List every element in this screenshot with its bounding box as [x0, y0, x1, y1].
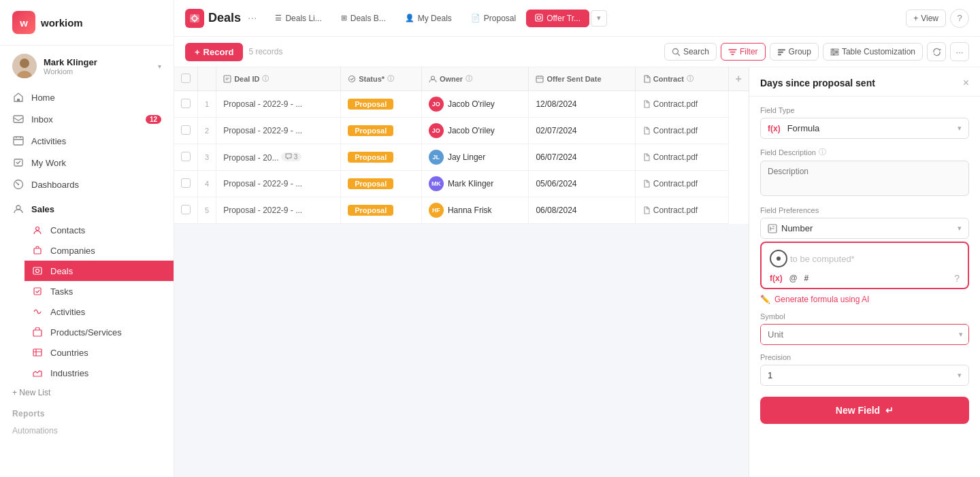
formula-fx-btn[interactable]: f(x) — [770, 274, 783, 283]
row-checkbox[interactable] — [181, 99, 191, 108]
row-checkbox[interactable] — [181, 125, 191, 135]
status-badge: Proposal — [348, 125, 393, 136]
right-panel: Days since proposal sent × Field Type f(… — [749, 67, 980, 477]
tab-more-btn[interactable]: ▾ — [591, 10, 607, 27]
owner-info-icon[interactable]: ⓘ — [466, 74, 472, 84]
topbar: Deals ··· ☰ Deals Li... ⊞ Deals B... 👤 M… — [174, 0, 980, 37]
view-btn[interactable]: + View — [906, 10, 946, 27]
table-row[interactable]: 5 Proposal - 2022-9 - ... Proposal HF Ha… — [174, 197, 749, 224]
table-row[interactable]: 4 Proposal - 2022-9 - ... Proposal MK Ma… — [174, 171, 749, 197]
formula-hash-btn[interactable]: # — [804, 274, 808, 283]
contract-value: Contract.pdf — [642, 179, 721, 188]
group-btn[interactable]: Group — [770, 43, 819, 61]
precision-select[interactable]: 1 ▾ — [760, 365, 969, 386]
row-num: 3 — [198, 144, 216, 171]
record-btn[interactable]: + Record — [185, 43, 243, 61]
select-all-checkbox[interactable] — [181, 73, 191, 83]
formula-at-btn[interactable]: @ — [789, 274, 798, 283]
tab-deals-list[interactable]: ☰ Deals Li... — [266, 10, 330, 27]
sidebar-item-deals[interactable]: Deals — [24, 261, 174, 281]
sidebar-item-companies[interactable]: Companies — [24, 240, 174, 261]
sidebar-item-automations[interactable]: Automations — [0, 421, 174, 440]
field-type-value: Formula — [787, 123, 820, 133]
table-row[interactable]: 2 Proposal - 2022-9 - ... Proposal JO Ja… — [174, 118, 749, 144]
symbol-chevron-icon[interactable]: ▾ — [953, 325, 968, 344]
search-btn[interactable]: Search — [664, 43, 717, 61]
field-type-select[interactable]: f(x) Formula ▾ — [760, 118, 969, 139]
status-info-icon[interactable]: ⓘ — [387, 74, 394, 84]
field-prefs-value-wrap: Number — [768, 223, 813, 233]
customization-icon — [830, 48, 839, 56]
sidebar-item-inbox[interactable]: Inbox 12 — [0, 108, 174, 130]
help-btn[interactable]: ? — [950, 9, 969, 28]
sidebar-item-home[interactable]: Home — [0, 86, 174, 108]
tab-offer-tr[interactable]: Offer Tr... — [526, 10, 589, 27]
sidebar-item-dashboards-label: Dashboards — [31, 180, 79, 190]
refresh-btn[interactable] — [927, 42, 946, 61]
svg-point-28 — [832, 48, 834, 50]
new-list-btn[interactable]: + New List — [0, 383, 174, 402]
field-desc-label: Field Description ⓘ — [760, 147, 969, 157]
sidebar-item-activities[interactable]: Activities — [0, 130, 174, 152]
formula-editor[interactable]: to be computed* f(x) @ # ? — [760, 242, 969, 289]
tab-deals-board[interactable]: ⊞ Deals B... — [332, 10, 395, 27]
sidebar-item-activities-sub[interactable]: Activities — [24, 301, 174, 322]
symbol-input-wrap: ▾ — [760, 324, 969, 345]
toolbar-more-btn[interactable]: ··· — [950, 42, 969, 61]
new-field-enter-icon: ↵ — [885, 405, 894, 416]
sidebar-item-dashboards[interactable]: Dashboards — [0, 174, 174, 195]
topbar-more-icon[interactable]: ··· — [248, 12, 257, 24]
tasks-icon — [31, 285, 44, 297]
sidebar-item-contacts[interactable]: Contacts — [24, 220, 174, 240]
customization-btn[interactable]: Table Customization — [823, 43, 923, 61]
activities-sub-icon — [31, 306, 44, 318]
sidebar-item-mywork[interactable]: My Work — [0, 152, 174, 174]
deal-id-cell: Proposal - 2022-9 - ... — [216, 91, 341, 118]
deal-id-info-icon[interactable]: ⓘ — [262, 74, 269, 84]
filter-btn[interactable]: Filter — [721, 43, 766, 61]
row-checkbox[interactable] — [181, 152, 191, 161]
row-checkbox[interactable] — [181, 205, 191, 214]
owner-cell-inner: JO Jacob O'riley — [429, 97, 522, 112]
deal-id-value: Proposal - 2022-9 - ... — [223, 126, 302, 135]
field-desc-info-icon[interactable]: ⓘ — [819, 147, 826, 157]
owner-col-icon — [429, 75, 437, 83]
status-badge: Proposal — [348, 99, 393, 110]
contract-file-icon — [642, 100, 651, 108]
status-cell: Proposal — [341, 144, 422, 171]
sidebar-logo[interactable]: w workiom — [0, 0, 174, 46]
ai-generate-btn[interactable]: ✏️ Generate formula using AI — [760, 295, 969, 304]
contract-info-icon[interactable]: ⓘ — [687, 74, 693, 84]
sidebar-item-countries[interactable]: Countries — [24, 342, 174, 363]
table-row[interactable]: 3 Proposal - 20... 3 Proposal JL Jay Lin… — [174, 144, 749, 171]
user-chevron-icon[interactable]: ▾ — [158, 63, 161, 70]
svg-point-21 — [672, 48, 678, 54]
owner-avatar: MK — [429, 176, 444, 191]
owner-avatar: JL — [429, 150, 444, 165]
deal-id-cell: Proposal - 2022-9 - ... — [216, 197, 341, 224]
sidebar-item-tasks[interactable]: Tasks — [24, 281, 174, 301]
offer-date-cell: 12/08/2024 — [529, 91, 635, 118]
help-icon: ? — [957, 13, 962, 23]
contract-value: Contract.pdf — [642, 205, 721, 215]
new-field-btn[interactable]: New Field ↵ — [760, 397, 969, 424]
table-row[interactable]: 1 Proposal - 2022-9 - ... Proposal JO Ja… — [174, 91, 749, 118]
svg-point-29 — [835, 51, 837, 53]
user-info: Mark Klinger Workiom — [44, 57, 151, 76]
svg-rect-11 — [34, 248, 41, 254]
panel-close-btn[interactable]: × — [963, 77, 969, 89]
field-desc-textarea[interactable] — [760, 161, 969, 196]
contract-file-icon — [642, 180, 651, 188]
sidebar-item-sales[interactable]: Sales — [0, 198, 174, 220]
formula-help-icon[interactable]: ? — [954, 273, 960, 284]
sidebar-item-industries[interactable]: Industries — [24, 363, 174, 383]
tab-proposal[interactable]: 📄 Proposal — [462, 10, 525, 27]
deal-id-value: Proposal - 2022-9 - ... — [223, 205, 302, 215]
symbol-input[interactable] — [761, 325, 953, 344]
field-prefs-select[interactable]: Number ▾ — [760, 218, 969, 239]
sidebar-item-products[interactable]: Products/Services — [24, 322, 174, 342]
sidebar-user[interactable]: Mark Klinger Workiom ▾ — [0, 46, 174, 84]
tab-my-deals[interactable]: 👤 My Deals — [396, 10, 461, 27]
row-checkbox[interactable] — [181, 178, 191, 188]
th-add-col[interactable]: + — [728, 67, 749, 91]
